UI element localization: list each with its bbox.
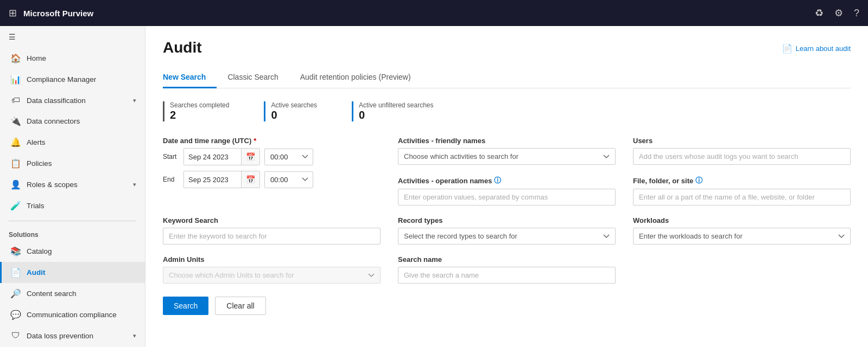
activities-op-input[interactable]: [398, 189, 616, 205]
sidebar-item-catalog[interactable]: 📚 Catalog: [0, 241, 145, 262]
sidebar-item-roles-scopes[interactable]: 👤 Roles & scopes ▾: [0, 174, 145, 195]
stats-row: Searches completed 2 Active searches 0 A…: [163, 101, 851, 121]
file-folder-label: File, folder, or site ⓘ: [633, 176, 851, 185]
info-icon[interactable]: ⓘ: [695, 176, 702, 185]
roles-icon: 👤: [10, 179, 21, 190]
sidebar-item-label: Data loss prevention: [27, 332, 93, 340]
solutions-section-label: Solutions: [0, 226, 145, 241]
workloads-group: Workloads Enter the workloads to search …: [633, 216, 851, 245]
admin-units-group: Admin Units Choose which Admin Units to …: [163, 255, 381, 284]
page-title: Audit: [163, 39, 202, 56]
content-area: Audit 📄 Learn about audit New Search Cla…: [145, 26, 868, 347]
sidebar-nav: 🏠 Home 📊 Compliance Manager 🏷 Data class…: [0, 48, 145, 347]
users-input[interactable]: [633, 148, 851, 165]
admin-units-label: Admin Units: [163, 255, 381, 264]
grid-icon[interactable]: ⊞: [9, 7, 17, 19]
content-header: Audit 📄 Learn about audit: [163, 39, 851, 56]
tab-audit-retention[interactable]: Audit retention policies (Preview): [289, 67, 422, 88]
tabs-container: New Search Classic Search Audit retentio…: [163, 67, 851, 88]
file-folder-group: File, folder, or site ⓘ: [633, 176, 851, 205]
main-layout: ☰ 🏠 Home 📊 Compliance Manager 🏷 Data cla…: [0, 26, 868, 347]
file-folder-input[interactable]: [633, 189, 851, 205]
home-icon: 🏠: [10, 53, 21, 63]
chevron-down-icon: ▾: [133, 181, 136, 188]
date-range-label: Date and time range (UTC) *: [163, 137, 381, 145]
audit-icon: 📄: [10, 267, 21, 278]
sidebar-item-home[interactable]: 🏠 Home: [0, 48, 145, 69]
topbar-right: ♻ ⚙ ?: [815, 7, 859, 19]
app-title: Microsoft Purview: [23, 9, 93, 18]
activities-friendly-group: Activities - friendly names Choose which…: [398, 137, 616, 165]
sidebar-item-label: Trials: [27, 202, 45, 210]
users-label: Users: [633, 137, 851, 145]
sidebar-toggle[interactable]: ☰: [0, 26, 145, 48]
topbar-left: ⊞ Microsoft Purview: [9, 7, 93, 19]
communication-icon: 💬: [10, 310, 21, 320]
start-time-select[interactable]: 00:00 01:00 12:00 23:00: [264, 149, 313, 165]
record-types-group: Record types Select the record types to …: [398, 216, 616, 245]
sidebar-item-label: Compliance Manager: [27, 75, 96, 83]
end-date-input[interactable]: [184, 172, 241, 188]
trials-icon: 🧪: [10, 201, 21, 211]
sidebar-item-audit[interactable]: 📄 Audit: [0, 262, 145, 283]
learn-about-audit-link[interactable]: 📄 Learn about audit: [782, 39, 851, 54]
sidebar-item-trials[interactable]: 🧪 Trials: [0, 195, 145, 216]
end-date-wrapper: 📅: [183, 171, 260, 188]
chevron-down-icon: ▾: [133, 97, 136, 104]
workloads-label: Workloads: [633, 216, 851, 224]
alerts-icon: 🔔: [10, 137, 21, 147]
activities-friendly-select[interactable]: Choose which activities to search for: [398, 148, 616, 165]
end-time-select[interactable]: 00:00 01:00 12:00 23:00: [264, 171, 313, 188]
tab-new-search[interactable]: New Search: [163, 67, 217, 88]
compliance-icon: 📊: [10, 74, 21, 85]
action-row: Search Clear all: [163, 297, 851, 315]
start-date-input[interactable]: [184, 149, 241, 165]
copilot-icon[interactable]: ♻: [815, 7, 823, 19]
search-form: Date and time range (UTC) * Start 📅 00:0…: [163, 137, 851, 284]
search-name-input[interactable]: [398, 267, 616, 284]
sidebar-item-alerts[interactable]: 🔔 Alerts: [0, 132, 145, 153]
document-icon: 📄: [782, 43, 793, 54]
catalog-icon: 📚: [10, 246, 21, 256]
sidebar-item-data-classification[interactable]: 🏷 Data classification ▾: [0, 90, 145, 111]
sidebar-item-compliance-manager[interactable]: 📊 Compliance Manager: [0, 69, 145, 90]
workloads-select[interactable]: Enter the workloads to search for: [633, 228, 851, 245]
tab-classic-search[interactable]: Classic Search: [217, 67, 289, 88]
sidebar-item-content-search[interactable]: 🔎 Content search: [0, 283, 145, 304]
record-types-select[interactable]: Select the record types to search for: [398, 228, 616, 245]
date-range-group: Date and time range (UTC) * Start 📅 00:0…: [163, 137, 381, 205]
help-icon[interactable]: ?: [854, 8, 859, 19]
activities-op-label: Activities - operation names ⓘ: [398, 176, 616, 185]
calendar-icon[interactable]: 📅: [241, 171, 259, 188]
search-name-group: Search name: [398, 255, 616, 284]
activities-friendly-label: Activities - friendly names: [398, 137, 616, 145]
topbar: ⊞ Microsoft Purview ♻ ⚙ ?: [0, 0, 868, 26]
start-date-wrapper: 📅: [183, 148, 260, 165]
search-button[interactable]: Search: [163, 297, 208, 315]
connectors-icon: 🔌: [10, 116, 21, 126]
settings-icon[interactable]: ⚙: [834, 7, 843, 19]
keyword-search-input[interactable]: [163, 228, 381, 245]
policies-icon: 📋: [10, 158, 21, 169]
sidebar-item-label: Home: [27, 54, 46, 62]
sidebar-item-label: Policies: [27, 159, 52, 168]
info-icon[interactable]: ⓘ: [494, 176, 501, 185]
chevron-down-icon: ▾: [133, 332, 136, 339]
sidebar-item-label: Data connectors: [27, 117, 80, 125]
start-date-row: Start 📅 00:00 01:00 12:00 23:00: [163, 148, 381, 165]
clear-all-button[interactable]: Clear all: [215, 297, 265, 315]
sidebar-item-label: Catalog: [27, 247, 52, 255]
admin-units-select[interactable]: Choose which Admin Units to search for: [163, 267, 381, 284]
sidebar-item-label: Communication compliance: [27, 311, 117, 319]
sidebar-item-policies[interactable]: 📋 Policies: [0, 153, 145, 174]
sidebar-item-communication-compliance[interactable]: 💬 Communication compliance: [0, 304, 145, 325]
sidebar-item-label: Audit: [27, 268, 46, 277]
sidebar-item-data-loss-prevention[interactable]: 🛡 Data loss prevention ▾: [0, 325, 145, 346]
stat-searches-completed: Searches completed 2: [163, 101, 246, 121]
classification-icon: 🏷: [10, 95, 21, 105]
calendar-icon[interactable]: 📅: [241, 149, 259, 165]
users-group: Users: [633, 137, 851, 165]
activities-op-group: Activities - operation names ⓘ: [398, 176, 616, 205]
sidebar-item-label: Roles & scopes: [27, 181, 78, 189]
sidebar-item-data-connectors[interactable]: 🔌 Data connectors: [0, 111, 145, 132]
